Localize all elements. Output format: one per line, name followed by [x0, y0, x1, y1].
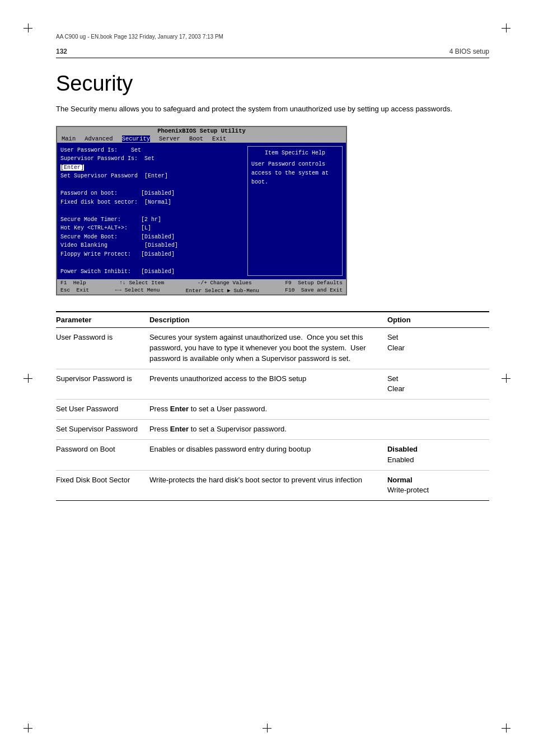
bios-left-panel: User Password Is: Set Supervisor Passwor… [60, 146, 243, 276]
file-path: AA C900 ug - EN.book Page 132 Friday, Ja… [56, 34, 489, 40]
bios-menu-main[interactable]: Main [62, 135, 76, 142]
opt-supervisor-password: SetClear [387, 369, 489, 400]
col-header-description: Description [149, 312, 387, 328]
table-row: Supervisor Password is Prevents unauthor… [56, 369, 489, 400]
section-title: Security [56, 72, 489, 96]
bios-help-text: User Password controls access to the sys… [251, 160, 339, 187]
set-user-pw-highlight: [Enter] [60, 165, 84, 171]
chapter-label: 4 BIOS setup [449, 48, 489, 55]
param-password-boot: Password on Boot [56, 439, 149, 470]
bios-f9: F9 Setup Defaults [285, 280, 343, 286]
bios-menu-security[interactable]: Security [122, 135, 150, 142]
bios-title: PhoenixBIOS Setup Utility [57, 127, 346, 135]
bios-select-item: ↑↓ Select Item [119, 280, 164, 286]
desc-set-user-pw: Press Enter to set a User password. [149, 400, 387, 420]
mid-crosshair-bottom [263, 724, 271, 732]
opt-set-supervisor-pw [387, 420, 489, 440]
bios-menu-boot[interactable]: Boot [189, 135, 203, 142]
bios-f10: F10 Save and Exit [285, 287, 343, 294]
bios-help-title: Item Specific Help [251, 149, 339, 158]
col-header-parameter: Parameter [56, 312, 149, 328]
corner-crosshair-tr [502, 24, 510, 32]
page-container: AA C900 ug - EN.book Page 132 Friday, Ja… [0, 0, 534, 756]
bios-menu-bar: Main Advanced Security Server Boot Exit [57, 135, 346, 143]
bios-line-3: [Enter] [60, 163, 243, 172]
bios-select-menu: ←→ Select Menu [115, 287, 160, 294]
table-row: Fixed Disk Boot Sector Write-protects th… [56, 470, 489, 501]
page-header: 132 4 BIOS setup [56, 48, 489, 58]
bios-change-val: -/+ Change Values [198, 280, 252, 286]
bios-menu-advanced[interactable]: Advanced [85, 135, 113, 142]
param-fixed-disk: Fixed Disk Boot Sector [56, 470, 149, 501]
bios-bottom-bar: F1 Help ↑↓ Select Item -/+ Change Values… [57, 279, 346, 287]
bios-line-12: Power Switch Inhibit: [Disabled] [60, 267, 243, 276]
table-row: User Password is Secures your system aga… [56, 328, 489, 369]
desc-set-supervisor-pw: Press Enter to set a Supervisor password… [149, 420, 387, 440]
desc-fixed-disk: Write-protects the hard disk's boot sect… [149, 470, 387, 501]
bios-line-9: Secure Mode Boot: [Disabled] [60, 233, 243, 242]
bios-menu-exit[interactable]: Exit [212, 135, 226, 142]
desc-supervisor-password: Prevents unauthorized access to the BIOS… [149, 369, 387, 400]
desc-password-boot: Enables or disables password entry durin… [149, 439, 387, 470]
bios-line-5: Password on boot: [Disabled] [60, 189, 243, 198]
opt-disabled-bold: Disabled [387, 445, 418, 453]
bios-line-7: Secure Mode Timer: [2 hr] [60, 215, 243, 224]
opt-fixed-disk: NormalWrite-protect [387, 470, 489, 501]
bios-content: User Password Is: Set Supervisor Passwor… [57, 143, 346, 280]
table-row: Password on Boot Enables or disables pas… [56, 439, 489, 470]
bios-line-4: Set Supervisor Password [Enter] [60, 172, 243, 181]
bios-bottom-bar-2: Esc Exit ←→ Select Menu Enter Select ▶ S… [57, 287, 346, 294]
bios-line-2: Supervisor Password Is: Set [60, 154, 243, 163]
param-supervisor-password: Supervisor Password is [56, 369, 149, 400]
bios-screenshot: PhoenixBIOS Setup Utility Main Advanced … [56, 126, 347, 296]
corner-crosshair-br [502, 724, 510, 732]
corner-crosshair-bl [24, 724, 32, 732]
bios-line-1: User Password Is: Set [60, 146, 243, 155]
page-number: 132 [56, 48, 67, 55]
bios-f1: F1 Help [60, 280, 86, 286]
param-set-supervisor-pw: Set Supervisor Password [56, 420, 149, 440]
bios-enter: Enter Select ▶ Sub-Menu [186, 287, 259, 294]
param-set-user-pw: Set User Password [56, 400, 149, 420]
opt-password-boot: DisabledEnabled [387, 439, 489, 470]
bios-line-8: Hot Key <CTRL+ALT+>: [L] [60, 224, 243, 233]
mid-crosshair-r [502, 374, 510, 383]
table-row: Set User Password Press Enter to set a U… [56, 400, 489, 420]
param-user-password: User Password is [56, 328, 149, 369]
bios-line-11: Floppy Write Protect: [Disabled] [60, 250, 243, 259]
col-header-option: Option [387, 312, 489, 328]
corner-crosshair-tl [24, 24, 32, 32]
table-row: Set Supervisor Password Press Enter to s… [56, 420, 489, 440]
bios-esc: Esc Exit [60, 287, 89, 294]
bios-line-10: Video Blanking [Disabled] [60, 241, 243, 250]
intro-text: The Security menu allows you to safeguar… [56, 104, 489, 115]
desc-user-password: Secures your system against unauthorized… [149, 328, 387, 369]
mid-crosshair-l [24, 374, 32, 383]
opt-set-user-pw [387, 400, 489, 420]
opt-user-password: SetClear [387, 328, 489, 369]
bios-line-6: Fixed disk boot sector: [Normal] [60, 198, 243, 207]
opt-normal-bold: Normal [387, 476, 413, 484]
bios-right-panel: Item Specific Help User Password control… [247, 146, 343, 276]
bios-menu-server[interactable]: Server [159, 135, 180, 142]
parameter-table: Parameter Description Option User Passwo… [56, 311, 489, 501]
